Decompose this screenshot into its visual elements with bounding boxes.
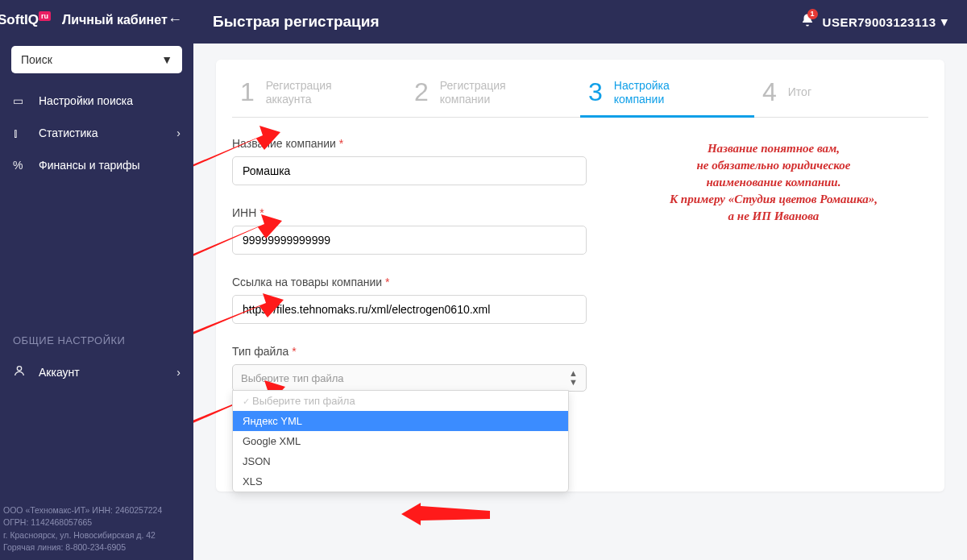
svg-marker-5 [401,503,490,525]
step-2[interactable]: 2Регистрациякомпании [406,74,580,117]
inn-input[interactable] [232,226,587,255]
company-input[interactable] [232,156,587,185]
card-icon: ▭ [13,94,29,107]
step-1[interactable]: 1Регистрацияаккаунта [232,74,406,117]
sidebar-search-select[interactable]: Поиск ▼ [11,46,182,73]
card-wizard: 1Регистрацияаккаунта 2Регистрациякомпани… [216,60,944,492]
stepper-icon: ▲▼ [569,369,578,387]
search-label: Поиск [21,53,52,66]
logo: SoftIQru [0,12,51,28]
svg-point-0 [17,367,21,371]
filetype-select[interactable]: Выберите тип файла ▲▼ [232,364,587,392]
dd-option-google[interactable]: Google XML [233,431,568,451]
sidebar-item-finance[interactable]: % Финансы и тарифы [0,149,193,181]
annotation-arrow [193,293,284,374]
section-general: ОБЩИЕ НАСТРОЙКИ [0,326,193,355]
step-3[interactable]: 3Настройкакомпании [580,74,754,117]
page-title: Быстрая регистрация [213,13,380,31]
footer-info: ООО «Техномакс-ИТ» ИНН: 2460257224 ОГРН:… [0,504,193,560]
dd-option-xls[interactable]: XLS [233,471,568,492]
chevron-right-icon: › [176,366,181,379]
annotation-arrow [193,213,282,301]
annotation-arrow [193,124,280,221]
svg-marker-1 [193,126,280,221]
filetype-dropdown-menu: Выберите тип файла Яндекс YML Google XML… [232,390,569,492]
topbar: Быстрая регистрация 1 USER79003123113 ▾ [193,0,967,44]
annotation-arrow [401,503,490,535]
filetype-label: Тип файла * [232,345,587,358]
chevron-down-icon: ▼ [161,53,172,66]
sidebar-item-account[interactable]: Аккаунт › [0,355,193,389]
chevron-right-icon: › [176,127,181,139]
inn-label: ИНН * [232,206,587,219]
sidebar-item-search-settings[interactable]: ▭ Настройки поиска [0,85,193,117]
chart-icon: ⫿ [13,127,29,139]
company-label: Название компании * [232,137,587,150]
sidebar-item-label: Финансы и тарифы [39,159,140,172]
percent-icon: % [13,159,29,172]
user-icon [13,364,29,380]
sidebar: SoftIQru Личный кабинет ← Поиск ▼ ▭ Наст… [0,0,193,560]
bell-icon[interactable]: 1 [800,13,815,31]
sidebar-item-label: Статистика [39,127,98,139]
collapse-icon[interactable]: ← [168,11,182,28]
svg-marker-3 [193,293,284,374]
chevron-down-icon: ▾ [941,15,948,29]
dd-option-yandex[interactable]: Яндекс YML [233,411,568,431]
wizard-steps: 1Регистрацияаккаунта 2Регистрациякомпани… [232,74,928,118]
link-input[interactable] [232,295,587,324]
notification-badge: 1 [807,9,818,19]
dd-option-json[interactable]: JSON [233,451,568,471]
sidebar-item-label: Настройки поиска [39,94,133,107]
svg-marker-2 [193,214,282,301]
step-4[interactable]: 4Итог [754,74,928,117]
sidebar-item-statistics[interactable]: ⫿ Статистика › [0,117,193,149]
sidebar-item-label: Аккаунт [39,366,80,379]
hint-text: Название понятное вам, не обязательно юр… [619,137,928,471]
cabinet-title: Личный кабинет [62,13,168,27]
dd-placeholder: Выберите тип файла [233,391,568,411]
user-menu[interactable]: USER79003123113 ▾ [823,15,948,29]
link-label: Ссылка на товары компании * [232,276,587,288]
